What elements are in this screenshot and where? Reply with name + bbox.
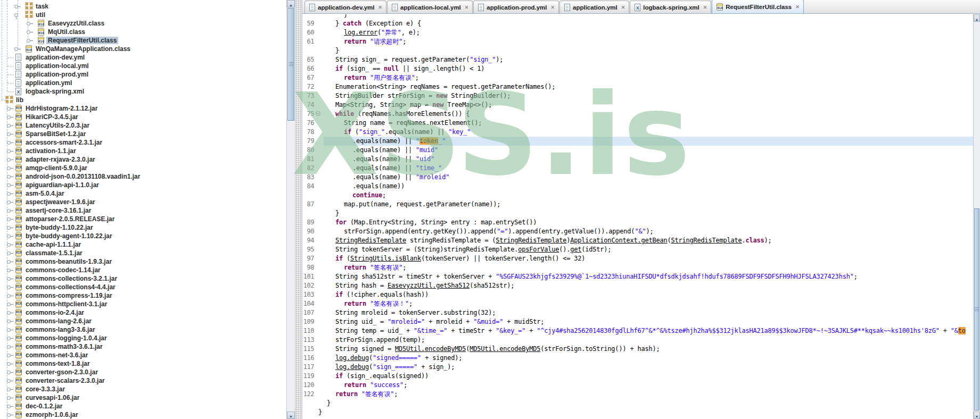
code-line[interactable]: 73StringBuilder strForSign = new StringB… [302,91,973,100]
tree-item[interactable]: 010commons-codec-1.14.jar [0,266,286,274]
tree-item[interactable]: 010commons-io-2.4.jar [0,308,286,317]
tree-item[interactable]: 010android-json-0.0.20131108.vaadin1.jar [0,172,286,181]
code-line[interactable]: 115String signed = MD5Util.encodeByMD5(M… [302,345,973,354]
scroll-down-button[interactable]: ▼ [974,412,980,419]
tree-item[interactable]: 010commons-lang3-3.6.jar [0,325,286,334]
code-line[interactable]: 75−while (reqNames.hasMoreElements()) { [302,110,973,119]
tree-item[interactable]: 010commons-collections4-4.4.jar [0,283,286,291]
expand-handle-icon[interactable] [7,294,13,299]
code-area[interactable]: }59} catch (Exception e) {60log.error("异… [302,14,973,419]
code-line[interactable]: 97if (StringUtils.isBlank(tokenServer) |… [302,254,973,263]
tree-item[interactable]: 010apiguardian-api-1.1.0.jar [0,181,286,189]
code-line[interactable]: 84.equals(name)) [302,182,973,191]
tab-close-icon[interactable]: ✕ [550,5,555,10]
expand-handle-icon[interactable] [14,47,21,52]
expand-handle-icon[interactable] [7,303,13,307]
expand-handle-icon[interactable] [7,107,13,112]
code-line[interactable]: 102String hash = EasevyzzUtil.getSha512(… [302,281,973,290]
code-line[interactable]: 110String temp = uid_ + "&time_=" + time… [302,326,973,336]
scroll-up-button[interactable]: ▲ [974,14,980,22]
code-line[interactable]: 101String sha512str = timeStr + tokenSer… [302,272,973,281]
tree-item[interactable]: application-prod.yml [0,70,286,79]
tree-item[interactable]: 010adapter-rxjava-2.3.0.jar [0,155,286,164]
tree-item[interactable]: 010assertj-core-3.16.1.jar [0,206,286,215]
code-line[interactable]: 83.equals(name) || "mroleid" [302,173,973,182]
tab-close-icon[interactable]: ✕ [621,5,625,10]
tab-close-icon[interactable]: ✕ [465,5,469,10]
expand-handle-icon[interactable] [7,166,13,171]
code-line[interactable]: 61return "请求超时"; [302,37,973,46]
expand-handle-icon[interactable] [7,192,13,197]
tree-item[interactable]: 010converter-scalars-2.3.0.jar [0,376,286,385]
tree-item[interactable]: 010converter-gson-2.3.0.jar [0,368,286,376]
code-line[interactable]: 109String uid_ = "mroleid=" + mroleid + … [302,317,973,326]
code-line[interactable]: 95String tokenServer = (String)stringRed… [302,245,973,254]
scrollbar-thumb[interactable] [974,208,979,410]
expand-handle-icon[interactable] [7,175,13,180]
expand-handle-icon[interactable] [7,141,13,146]
code-line[interactable]: 72Enumeration<String> reqNames = request… [302,82,973,91]
tree-item[interactable]: 010classmate-1.5.1.jar [0,249,286,257]
expand-handle-icon[interactable] [7,158,13,163]
tree-item[interactable]: 010commons-net-3.6.jar [0,351,286,359]
expand-handle-icon[interactable] [7,405,13,409]
expand-handle-icon[interactable] [14,13,21,18]
code-line[interactable]: 104return "签名有误！"; [302,299,973,308]
code-line[interactable]: 89for (Map.Entry<String, String> entry :… [302,218,973,227]
expand-handle-icon[interactable] [7,124,13,129]
tree-item[interactable]: 010WnQaManageApplication.class [0,45,286,53]
code-line[interactable]: 65String sign_ = request.getParameter("s… [302,55,973,64]
expand-handle-icon[interactable] [7,337,13,341]
tree-item[interactable]: 010amqp-client-5.9.0.jar [0,164,286,172]
tree-item[interactable]: 010LatencyUtils-2.0.3.jar [0,121,286,130]
tree-item[interactable]: 010curvesapi-1.06.jar [0,393,286,402]
code-line[interactable]: 79.equals(name) || "token_" [302,137,973,146]
code-line[interactable]: 59} catch (Exception e) { [302,19,973,28]
code-line[interactable]: 120return "success"; [302,381,973,390]
tree-item[interactable]: 010dec-0.1.2.jar [0,402,286,410]
tree-item[interactable]: 010commons-math3-3.6.1.jar [0,342,286,351]
tree-item[interactable]: 010commons-logging-1.0.4.jar [0,334,286,342]
expand-handle-icon[interactable] [7,234,13,239]
tab-close-icon[interactable]: ✕ [703,5,707,10]
tree-item[interactable]: 010commons-lang-2.6.jar [0,317,286,325]
expand-handle-icon[interactable] [7,226,13,231]
code-line[interactable]: 113strForSign.append(temp); [302,336,973,345]
tree-item[interactable]: 010commons-text-1.8.jar [0,359,286,368]
code-line[interactable]: 117log.debug("sign_=====" + sign_); [302,363,973,372]
tab-application-prod.yml[interactable]: application-prod.yml✕ [473,1,559,13]
expand-handle-icon[interactable] [7,252,13,256]
tree-item[interactable]: 010accessors-smart-2.3.1.jar [0,138,286,147]
code-line[interactable]: 107String mroleid = tokenServer.substrin… [302,308,973,317]
expand-handle-icon[interactable] [27,30,33,35]
tab-application-local.yml[interactable]: application-local.yml✕ [387,1,473,13]
code-line[interactable]: 76String name = reqNames.nextElement(); [302,119,973,128]
expand-handle-icon[interactable] [7,260,13,265]
expand-handle-icon[interactable] [7,413,13,418]
code-line[interactable]: 78if ("sign_".equals(name) || "key_" [302,128,973,137]
tree-scrollbar[interactable]: ▲ ▼ [286,0,295,419]
tree-item[interactable]: 010attoparser-2.0.5.RELEASE.jar [0,215,286,223]
tree-item[interactable]: application-local.yml [0,62,286,70]
tree-item[interactable]: lib [0,96,286,104]
tree-item[interactable]: Xlogback-spring.xml [0,87,286,96]
code-line[interactable]: 90strForSign.append(entry.getKey()).appe… [302,227,973,236]
expand-handle-icon[interactable] [7,183,13,188]
tab-logback-spring.xml[interactable]: Xlogback-spring.xml✕ [630,1,711,13]
tree-item[interactable]: 010cache-api-1.1.1.jar [0,240,286,249]
tree-item[interactable]: 010commons-compress-1.19.jar [0,291,286,300]
tree-item[interactable]: 010commons-beanutils-1.9.3.jar [0,257,286,266]
fold-collapse-icon[interactable]: − [316,111,320,116]
expand-handle-icon[interactable] [7,328,13,333]
scrollbar-thumb[interactable] [287,8,294,121]
tab-application-dev.yml[interactable]: application-dev.yml✕ [304,1,386,13]
scroll-down-button[interactable]: ▼ [287,412,295,419]
code-line[interactable]: } [302,14,973,19]
code-line[interactable]: 122return "签名有误"; [302,390,973,399]
expand-handle-icon[interactable] [7,388,13,392]
code-line[interactable]: } [302,46,973,55]
expand-handle-icon[interactable] [7,354,13,358]
tab-application.yml[interactable]: application.yml✕ [559,1,629,13]
code-line[interactable]: 94StringRedisTemplate stringRedisTemplat… [302,236,973,245]
expand-handle-icon[interactable] [27,22,33,27]
